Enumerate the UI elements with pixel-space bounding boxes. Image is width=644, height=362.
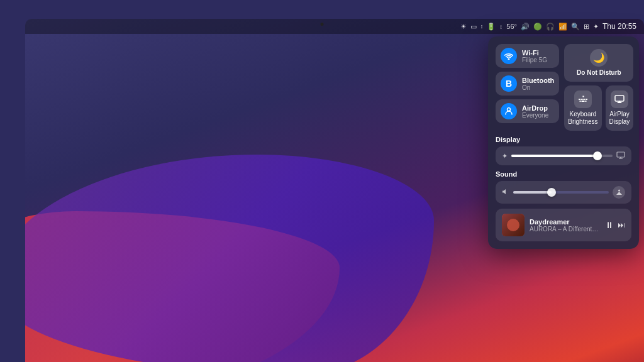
brightness-icon[interactable]: ☀ [460,23,467,31]
music-title: Daydreamer [530,218,600,226]
screen-icon[interactable]: ▭ [470,23,477,31]
svg-point-13 [618,190,620,192]
bluetooth-text: Bluetooth On [522,77,554,91]
display-slider-thumb[interactable] [593,151,602,160]
wifi-menubar-icon[interactable]: 📶 [558,23,567,31]
sound-slider-row [502,186,625,199]
battery-icon[interactable]: 🔋 [487,23,496,31]
airdrop-button[interactable]: AirDrop Everyone [496,99,559,123]
display-slider-row: ✦ [502,151,625,160]
airplay-display-icon [611,90,628,108]
cc-left-col: Wi-Fi Filipe 5G B Bluetooth On [496,44,559,131]
bluetooth-sub: On [522,84,554,91]
display-monitor-icon [616,151,625,160]
do-not-disturb-icon: 🌙 [590,49,608,67]
control-center-panel: Wi-Fi Filipe 5G B Bluetooth On [488,36,639,249]
wifi-icon [501,48,517,64]
svg-rect-4 [584,99,586,100]
sound-section: Sound [496,170,631,204]
svg-rect-10 [617,152,625,157]
scroll-icon[interactable]: ↕ [480,23,484,30]
wave-decoration-1 [25,155,434,362]
volume-icon[interactable]: 🔊 [521,23,530,31]
display-brightness-min-icon: ✦ [502,152,508,160]
wifi-label: Wi-Fi [522,49,547,57]
macbook-frame: ☀ ▭ ↕ 🔋 ↕ Thu 20:55 56° 🔊 🟢 🎧 📶 🔍 ⊞ ✦ [0,0,644,362]
bluetooth-label: Bluetooth [522,77,554,84]
sound-airplay-icon[interactable] [613,186,625,199]
sound-slider-container [496,181,631,204]
menu-bar-time: Thu 20:55 [602,22,636,31]
music-artist: AURORA – A Different Kind of... [530,226,600,233]
cc-top-grid: Wi-Fi Filipe 5G B Bluetooth On [496,44,631,131]
wifi-sub: Filipe 5G [522,57,547,63]
music-info: Daydreamer AURORA – A Different Kind of.… [530,218,600,233]
sound-slider-fill [513,191,552,194]
flag-icon[interactable]: 🟢 [533,23,542,31]
airdrop-label: AirDrop [522,104,548,112]
music-pause-button[interactable]: ⏸ [605,220,614,230]
sound-volume-min-icon [502,189,509,196]
menu-bar: ☀ ▭ ↕ 🔋 ↕ Thu 20:55 56° 🔊 🟢 🎧 📶 🔍 ⊞ ✦ [25,19,644,34]
svg-point-0 [508,108,511,111]
display-section-label: Display [496,136,631,143]
svg-rect-5 [586,99,587,100]
display-slider-container: ✦ [496,146,631,165]
music-player: Daydreamer AURORA – A Different Kind of.… [496,209,631,241]
airplay-display-button[interactable]: AirPlay Display [606,85,634,131]
music-artwork [502,214,525,236]
sound-slider-thumb[interactable] [547,188,556,197]
notification-center-icon[interactable]: ✦ [593,23,599,31]
airdrop-icon [501,103,517,119]
svg-rect-7 [581,101,584,102]
wifi-text: Wi-Fi Filipe 5G [522,49,547,63]
temp-text: 56° [506,23,517,30]
airdrop-sub: Everyone [522,112,548,119]
wifi-button[interactable]: Wi-Fi Filipe 5G [496,44,559,68]
display-slider-track[interactable] [511,155,613,157]
do-not-disturb-label: Do Not Disturb [577,69,621,77]
bluetooth-icon: B [501,75,517,92]
svg-rect-1 [579,99,580,100]
airdrop-text: AirDrop Everyone [522,104,548,119]
sound-slider-track[interactable] [513,191,609,194]
keyboard-brightness-label: Keyboard Brightness [568,111,597,126]
display-section: Display ✦ [496,136,631,165]
display-slider-fill [511,155,597,157]
airplay-display-label: AirPlay Display [609,111,630,126]
cc-right-col: 🌙 Do Not Disturb [564,44,633,131]
menu-bar-icons: ☀ ▭ ↕ 🔋 ↕ Thu 20:55 56° 🔊 🟢 🎧 📶 🔍 ⊞ ✦ [460,22,636,31]
control-center-icon[interactable]: ⊞ [584,23,589,31]
svg-rect-9 [615,96,624,101]
headphones-icon[interactable]: 🎧 [546,23,555,31]
bluetooth-button[interactable]: B Bluetooth On [496,72,559,96]
keyboard-brightness-button[interactable]: Keyboard Brightness [564,85,601,131]
do-not-disturb-button[interactable]: 🌙 Do Not Disturb [564,44,633,82]
search-menubar-icon[interactable]: 🔍 [571,23,580,31]
music-controls: ⏸ ⏭ [605,220,625,230]
svg-rect-6 [579,101,580,102]
cc-icon-row: Keyboard Brightness AirPlay Display [564,85,633,131]
keyboard-brightness-icon [574,90,592,108]
temp-icon[interactable]: ↕ [499,23,502,30]
sound-section-label: Sound [496,170,631,178]
svg-rect-8 [585,101,586,102]
svg-rect-3 [582,99,584,100]
music-next-button[interactable]: ⏭ [618,221,625,229]
svg-rect-2 [580,99,582,100]
